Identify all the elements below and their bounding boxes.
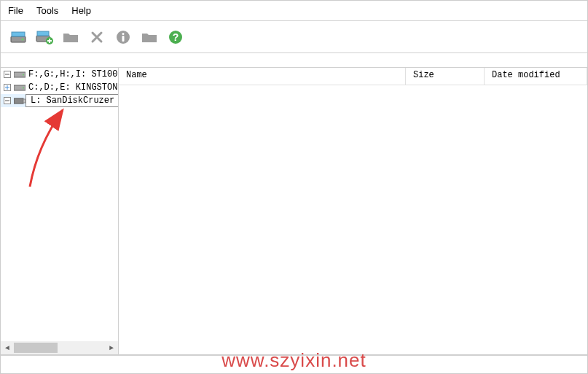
hdd-icon [14, 83, 26, 92]
drive-tree-pane: F:,G:,H:,I: ST100 C:,D:,E: KINGSTON L: S… [1, 68, 119, 354]
svg-point-16 [23, 87, 24, 89]
svg-point-7 [122, 33, 125, 35]
folder-icon [141, 31, 157, 44]
drive-icon [10, 31, 26, 44]
svg-point-13 [23, 74, 24, 76]
column-header-name[interactable]: Name [119, 68, 406, 85]
drive-label: F:,G:,H:,I: ST100 [28, 69, 117, 79]
menubar: File Tools Help [1, 1, 587, 21]
drive-item[interactable]: C:,D:,E: KINGSTON [1, 81, 118, 94]
menu-file[interactable]: File [8, 5, 23, 16]
scroll-left-button[interactable]: ◄ [1, 341, 14, 354]
menu-tools[interactable]: Tools [36, 5, 58, 16]
help-icon: ? [168, 30, 183, 44]
horizontal-scrollbar[interactable]: ◄ ► [1, 341, 118, 354]
svg-text:?: ? [173, 31, 179, 43]
drive-plus-icon [36, 30, 53, 44]
svg-rect-4 [37, 31, 49, 36]
add-drive-button[interactable] [34, 27, 55, 47]
svg-rect-1 [12, 32, 25, 36]
expand-plus-icon[interactable] [4, 84, 11, 91]
column-header-date[interactable]: Date modified [485, 68, 587, 85]
drive-item[interactable]: F:,G:,H:,I: ST100 [1, 68, 118, 81]
svg-rect-18 [14, 98, 23, 104]
hdd-icon [14, 70, 26, 79]
watermark: www.szyixin.net [222, 349, 366, 372]
expand-icon[interactable] [4, 97, 11, 104]
scroll-thumb[interactable] [14, 343, 58, 353]
menu-help[interactable]: Help [71, 5, 91, 16]
info-icon [116, 30, 130, 44]
scroll-track[interactable] [14, 341, 105, 354]
main-panes: F:,G:,H:,I: ST100 C:,D:,E: KINGSTON L: S… [1, 68, 587, 355]
close-button[interactable] [87, 27, 107, 47]
toolbar: ? [1, 21, 587, 53]
help-button[interactable]: ? [165, 27, 186, 47]
expand-icon[interactable] [4, 71, 11, 78]
file-list-header: Name Size Date modified [119, 68, 587, 85]
info-button[interactable] [113, 27, 133, 47]
svg-rect-8 [122, 36, 125, 42]
scroll-right-button[interactable]: ► [105, 341, 118, 354]
file-list-pane: Name Size Date modified [119, 68, 587, 354]
folder-button[interactable] [60, 27, 81, 47]
open-drive-button[interactable] [8, 27, 28, 47]
close-icon [90, 31, 103, 44]
folder-icon [63, 31, 79, 44]
spacer [1, 53, 587, 68]
column-header-size[interactable]: Size [406, 68, 485, 85]
drive-label: C:,D:,E: KINGSTON [28, 82, 117, 93]
usb-icon [14, 96, 26, 105]
drive-tooltip: L: SanDiskCruzer Blade (USB-Disk) [26, 94, 119, 107]
folder2-button[interactable] [139, 27, 160, 47]
svg-point-2 [22, 38, 24, 40]
